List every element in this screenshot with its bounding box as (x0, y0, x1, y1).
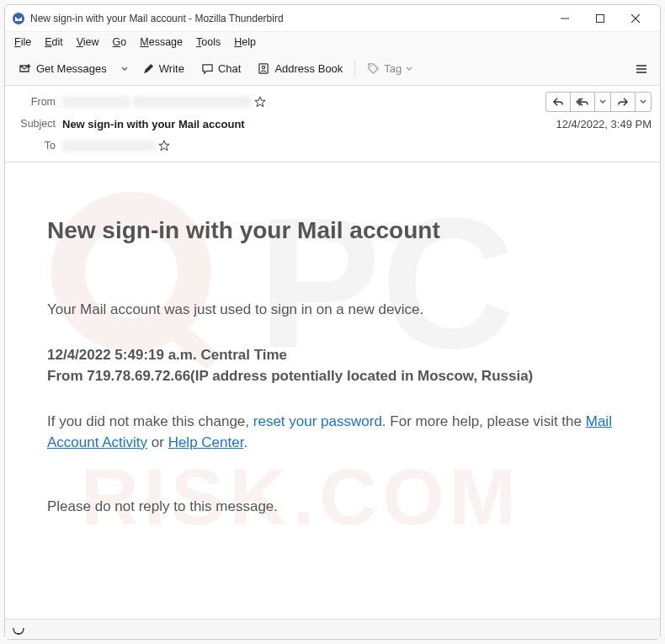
toolbar-separator (354, 61, 355, 77)
header-to-row: To (13, 135, 652, 157)
message-body: New sign-in with your Mail account Your … (5, 162, 660, 557)
app-icon (12, 12, 25, 25)
svg-point-6 (263, 66, 265, 68)
download-icon (19, 62, 32, 76)
message-help: If you did not make this change, reset y… (47, 411, 626, 454)
message-headers: From (5, 86, 660, 162)
from-email-redacted (133, 96, 251, 108)
maximize-button[interactable] (583, 5, 618, 32)
subject-value: New sign-in with your Mail account (62, 118, 550, 130)
to-label: To (13, 140, 62, 152)
reply-all-button[interactable] (570, 92, 595, 112)
get-messages-label: Get Messages (36, 62, 107, 75)
star-icon[interactable] (158, 140, 170, 152)
menu-go[interactable]: Go (107, 35, 133, 50)
tag-label: Tag (384, 62, 402, 75)
message-timestamp: 12/4/2022 5:49:19 a.m. Central Time (47, 344, 626, 366)
from-value (62, 96, 546, 108)
tag-icon (367, 62, 380, 75)
online-status-icon[interactable] (12, 625, 25, 635)
chat-label: Chat (218, 62, 241, 75)
message-details: 12/4/2022 5:49:19 a.m. Central Time From… (47, 344, 626, 387)
app-menu-button[interactable] (630, 59, 653, 79)
from-label: From (13, 96, 62, 108)
header-subject-row: Subject New sign-in with your Mail accou… (13, 113, 652, 135)
get-messages-button[interactable]: Get Messages (12, 59, 114, 79)
window-title: New sign-in with your Mail account - Moz… (30, 13, 547, 24)
pencil-icon (142, 62, 155, 75)
reset-password-link[interactable]: reset your password (253, 413, 382, 429)
chat-button[interactable]: Chat (194, 59, 247, 78)
message-action-buttons (546, 92, 652, 112)
more-actions-dropdown[interactable] (635, 92, 652, 112)
message-intro: Your Mail account was just used to sign … (47, 299, 626, 321)
from-name-redacted (62, 96, 130, 108)
menubar: File Edit View Go Message Tools Help (5, 32, 660, 52)
to-email-redacted (62, 140, 155, 152)
toolbar: Get Messages Write Chat Address Book (5, 52, 660, 86)
to-value (62, 140, 652, 152)
period: . (243, 434, 247, 450)
address-book-button[interactable]: Address Book (251, 59, 349, 78)
menu-view[interactable]: View (71, 35, 105, 50)
reply-button[interactable] (545, 92, 571, 112)
message-pane: PC RISK.COM New sign-in with your Mail a… (5, 162, 660, 619)
svg-point-16 (18, 632, 19, 634)
star-icon[interactable] (254, 96, 266, 108)
message-from-line: From 719.78.69.72.66(IP address potentia… (47, 365, 626, 387)
write-button[interactable]: Write (136, 59, 191, 78)
svg-rect-2 (597, 14, 604, 22)
help-center-link[interactable]: Help Center (168, 434, 244, 450)
message-footer: Please do not reply to this message. (47, 496, 626, 518)
menu-file[interactable]: File (8, 35, 37, 50)
tag-button[interactable]: Tag (360, 59, 419, 78)
chevron-down-icon (406, 66, 412, 72)
subject-label: Subject (13, 118, 62, 130)
help-prefix: If you did not make this change, (47, 413, 253, 429)
date-value: 12/4/2022, 3:49 PM (550, 118, 652, 130)
reply-all-dropdown[interactable] (594, 92, 611, 112)
address-book-icon (258, 62, 270, 75)
forward-button[interactable] (610, 92, 636, 112)
svg-point-0 (13, 13, 24, 24)
get-messages-dropdown[interactable] (117, 62, 132, 76)
menu-message[interactable]: Message (134, 35, 189, 50)
write-label: Write (159, 62, 184, 75)
menu-edit[interactable]: Edit (39, 35, 69, 50)
statusbar (5, 619, 660, 639)
menu-help[interactable]: Help (228, 35, 262, 50)
app-window: New sign-in with your Mail account - Moz… (4, 4, 661, 640)
chat-icon (201, 62, 214, 75)
help-mid: . For more help, please visit the (382, 413, 586, 429)
titlebar: New sign-in with your Mail account - Moz… (5, 5, 660, 32)
window-controls (547, 5, 653, 32)
address-book-label: Address Book (274, 62, 343, 75)
header-from-row: From (13, 91, 652, 113)
or-text: or (147, 434, 168, 450)
close-button[interactable] (618, 5, 653, 32)
minimize-button[interactable] (547, 5, 583, 32)
svg-point-7 (370, 66, 372, 67)
menu-tools[interactable]: Tools (190, 35, 226, 50)
message-heading: New sign-in with your Mail account (47, 213, 626, 248)
